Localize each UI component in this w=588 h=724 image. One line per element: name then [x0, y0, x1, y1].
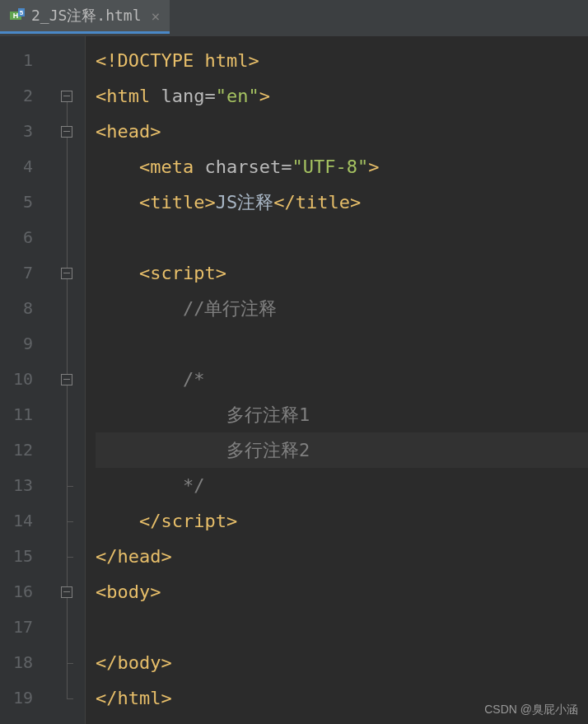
fold-toggle-icon[interactable] — [61, 268, 72, 279]
code-line[interactable]: 多行注释1 — [96, 397, 588, 432]
line-number[interactable]: 4 — [0, 149, 48, 185]
code-line[interactable]: <!DOCTYPE html> — [96, 43, 588, 78]
line-number[interactable]: 5 — [0, 185, 48, 220]
fold-cell — [48, 362, 85, 397]
watermark: CSDN @臭屁小涵 — [484, 703, 578, 717]
line-number[interactable]: 12 — [0, 432, 48, 468]
tab-bar: H 5 2_JS注释.html × — [0, 0, 588, 36]
fold-cell — [48, 149, 85, 185]
fold-cell — [48, 114, 85, 149]
line-number[interactable]: 18 — [0, 645, 48, 680]
code-line[interactable]: //单行注释 — [96, 291, 588, 326]
code-area[interactable]: <!DOCTYPE html> <html lang="en"> <head> … — [86, 36, 588, 724]
fold-gutter — [48, 36, 86, 724]
fold-cell — [48, 432, 85, 468]
line-number[interactable]: 2 — [0, 78, 48, 114]
fold-toggle-icon[interactable] — [61, 126, 72, 138]
fold-cell — [48, 397, 85, 432]
close-icon[interactable]: × — [152, 7, 161, 25]
fold-cell — [48, 680, 85, 716]
line-number[interactable]: 13 — [0, 468, 48, 503]
line-number[interactable]: 19 — [0, 680, 48, 716]
fold-cell — [48, 645, 85, 680]
code-line[interactable]: <html lang="en"> — [96, 78, 588, 114]
fold-cell — [48, 291, 85, 326]
fold-cell — [48, 610, 85, 645]
code-line[interactable]: </head> — [96, 539, 588, 574]
fold-toggle-icon[interactable] — [61, 374, 72, 385]
line-number[interactable]: 15 — [0, 539, 48, 574]
fold-cell — [48, 574, 85, 610]
code-line[interactable] — [96, 220, 588, 255]
code-line[interactable]: */ — [96, 468, 588, 503]
file-tab[interactable]: H 5 2_JS注释.html × — [0, 0, 170, 34]
line-number[interactable]: 14 — [0, 503, 48, 539]
line-number[interactable]: 17 — [0, 610, 48, 645]
line-number[interactable]: 10 — [0, 362, 48, 397]
fold-toggle-icon[interactable] — [61, 586, 72, 598]
line-number[interactable]: 11 — [0, 397, 48, 432]
code-line[interactable]: </body> — [96, 645, 588, 680]
fold-cell — [48, 326, 85, 362]
line-number-gutter[interactable]: 1 2 3 4 5 6 7 8 9 10 11 12 13 14 15 16 1… — [0, 36, 48, 724]
line-number[interactable]: 9 — [0, 326, 48, 362]
line-number[interactable]: 3 — [0, 114, 48, 149]
code-line[interactable]: <script> — [96, 255, 588, 291]
code-line[interactable]: <head> — [96, 114, 588, 149]
fold-cell — [48, 185, 85, 220]
code-line[interactable]: <meta charset="UTF-8"> — [96, 149, 588, 185]
line-number[interactable]: 8 — [0, 291, 48, 326]
html-file-icon: H 5 — [10, 8, 25, 23]
editor: 1 2 3 4 5 6 7 8 9 10 11 12 13 14 15 16 1… — [0, 36, 588, 724]
fold-cell — [48, 43, 85, 78]
code-line[interactable] — [96, 610, 588, 645]
svg-text:H: H — [13, 12, 19, 20]
fold-cell — [48, 539, 85, 574]
line-number[interactable]: 7 — [0, 255, 48, 291]
fold-cell — [48, 503, 85, 539]
fold-cell — [48, 220, 85, 255]
line-number[interactable]: 6 — [0, 220, 48, 255]
code-line[interactable]: </script> — [96, 503, 588, 539]
tab-filename: 2_JS注释.html — [31, 6, 142, 26]
fold-cell — [48, 78, 85, 114]
fold-cell — [48, 468, 85, 503]
code-line[interactable]: <title>JS注释</title> — [96, 185, 588, 220]
fold-toggle-icon[interactable] — [61, 91, 72, 102]
code-line[interactable] — [96, 326, 588, 362]
code-line[interactable]: <body> — [96, 574, 588, 610]
fold-cell — [48, 255, 85, 291]
svg-text:5: 5 — [20, 9, 24, 16]
line-number[interactable]: 16 — [0, 574, 48, 610]
line-number[interactable]: 1 — [0, 43, 48, 78]
code-line[interactable]: /* — [96, 362, 588, 397]
code-line[interactable]: 多行注释2 — [96, 432, 588, 468]
